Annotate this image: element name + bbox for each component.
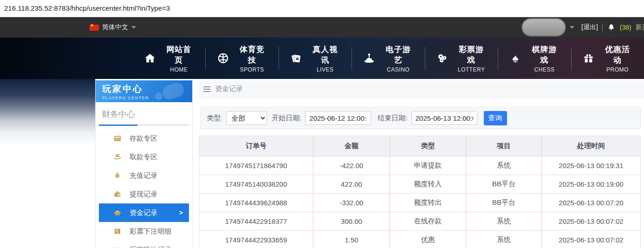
nav-item-sports[interactable]: 体育竞技 SPORTS bbox=[206, 44, 278, 73]
table-row: 1749745140038200 422.00 额度转入 BB平台 2025-0… bbox=[199, 175, 641, 194]
nav-title: 棋牌游戏 bbox=[528, 44, 560, 65]
cell-time: 2025-06-13 00:07:02 bbox=[542, 212, 641, 231]
sidebar-item-label: 存款专区 bbox=[130, 134, 157, 143]
sidebar-menu: 存款专区 取款专区 充值记录 提现记录 资金记录 > bbox=[96, 125, 192, 248]
sidebar-item-cashout-record[interactable]: 提现记录 bbox=[99, 185, 189, 203]
user-caret-down-icon[interactable] bbox=[570, 26, 574, 29]
sidebar-item-label: 取款专区 bbox=[130, 153, 157, 162]
cell-item: 系统 bbox=[466, 157, 542, 175]
nav-title: 网站首页 bbox=[163, 44, 195, 65]
cell-time: 2025-06-13 00:19:31 bbox=[542, 157, 641, 175]
nav-item-promo[interactable]: 优惠活动 PROMO bbox=[572, 44, 644, 73]
cards-icon bbox=[289, 52, 303, 65]
funds-table: 订单号 金额 类型 项目 处理时间 1749745171864790 -422.… bbox=[199, 136, 641, 248]
sidebar-item-withdraw[interactable]: 取款专区 bbox=[99, 148, 189, 166]
cell-order-no: 1749744422918377 bbox=[199, 212, 313, 231]
cell-amount: -422.00 bbox=[313, 157, 390, 175]
background-fade bbox=[0, 79, 95, 146]
col-header-type: 类型 bbox=[390, 136, 466, 157]
top-bar: ★ 简体中文 [退出] (38) 新消息 bbox=[0, 17, 644, 38]
piggy-bank-icon bbox=[113, 209, 122, 217]
col-header-order-no: 订单号 bbox=[199, 136, 313, 157]
cell-item: BB平台 bbox=[466, 194, 542, 212]
nav-subtitle: LOTTERY bbox=[455, 66, 488, 73]
filter-bar: 类型: 全部 开始日期: 结束日期: 查询 bbox=[201, 107, 641, 129]
cell-order-no: 1749744422933659 bbox=[199, 231, 313, 248]
cell-type: 额度转入 bbox=[390, 175, 466, 194]
query-button[interactable]: 查询 bbox=[484, 111, 507, 125]
type-select[interactable]: 全部 bbox=[226, 111, 267, 125]
nav-subtitle: CASINO bbox=[382, 66, 415, 73]
cell-type: 额度转出 bbox=[390, 194, 466, 212]
home-icon bbox=[143, 52, 156, 65]
cell-amount: -332.00 bbox=[313, 194, 390, 212]
gamepad-watermark-icon bbox=[155, 92, 163, 100]
cell-item: BB平台 bbox=[466, 175, 542, 194]
nav-title: 彩票游戏 bbox=[455, 44, 488, 65]
nav-subtitle: CHESS bbox=[528, 66, 560, 73]
col-header-time: 处理时间 bbox=[542, 136, 641, 157]
cell-amount: 1.50 bbox=[313, 231, 390, 248]
sidebar-section: 财务中心 bbox=[96, 102, 192, 125]
gift-icon bbox=[582, 52, 595, 65]
username-blurred[interactable] bbox=[522, 19, 566, 36]
col-header-amount: 金额 bbox=[313, 136, 390, 157]
nav-item-lottery[interactable]: 彩票游戏 LOTTERY bbox=[425, 44, 498, 73]
cell-item: 系统 bbox=[466, 231, 542, 248]
sidebar-item-label: 充值记录 bbox=[130, 171, 157, 180]
end-date-label: 结束日期: bbox=[377, 114, 407, 123]
new-messages-link[interactable]: 新消息 bbox=[636, 23, 644, 32]
logout-button[interactable]: [退出] bbox=[581, 23, 598, 32]
nav-subtitle: HOME bbox=[163, 66, 195, 73]
end-date-input[interactable] bbox=[411, 111, 477, 125]
nav-item-lives[interactable]: 真人视讯 LIVES bbox=[279, 44, 351, 73]
nav-title: 优惠活动 bbox=[601, 44, 634, 65]
table-header-row: 订单号 金额 类型 项目 处理时间 bbox=[199, 136, 641, 157]
start-date-input[interactable] bbox=[305, 111, 371, 125]
cell-time: 2025-06-13 00:07:02 bbox=[542, 231, 641, 248]
main-nav: 网站首页 HOME 体育竞技 SPORTS 真人视讯 LIVES bbox=[0, 38, 644, 79]
sports-ball-icon bbox=[216, 52, 229, 65]
menu-toggle-icon[interactable] bbox=[203, 86, 210, 92]
cell-amount: 300.00 bbox=[313, 212, 390, 231]
sidebar-header: 玩家中心 PLAYERS CENTER bbox=[96, 80, 192, 102]
nav-item-home[interactable]: 网站首页 HOME bbox=[143, 44, 205, 73]
list-icon bbox=[113, 246, 122, 248]
cell-type: 优惠 bbox=[390, 231, 466, 248]
sidebar-item-funds-record[interactable]: 资金记录 > bbox=[99, 203, 189, 222]
divider bbox=[602, 24, 603, 31]
cell-order-no: 1749745171864790 bbox=[199, 157, 313, 175]
user-area: [退出] (38) 新消息 bbox=[522, 17, 644, 38]
cell-order-no: 1749744439624988 bbox=[199, 194, 313, 212]
type-label: 类型: bbox=[207, 114, 222, 123]
message-count-badge[interactable]: (38) bbox=[620, 24, 631, 31]
table-row: 1749745171864790 -422.00 申请提款 系统 2025-06… bbox=[199, 157, 641, 175]
address-bar[interactable]: 216.118.235.52:8783/hhcp/usercenter.html… bbox=[0, 0, 644, 17]
nav-subtitle: PROMO bbox=[601, 66, 634, 73]
sidebar-item-room-bet-record[interactable]: 厅室投注记录 bbox=[99, 241, 189, 248]
china-flag-icon: ★ bbox=[90, 25, 99, 31]
nav-title: 体育竞技 bbox=[236, 44, 268, 65]
cell-item: 系统 bbox=[466, 212, 542, 231]
breadcrumb: 资金记录 bbox=[199, 80, 644, 98]
nav-item-chess[interactable]: ♠ 棋牌游戏 CHESS bbox=[498, 44, 571, 73]
bell-icon[interactable] bbox=[607, 23, 616, 32]
sidebar-item-lottery-bet-detail[interactable]: 彩票下注明细 bbox=[99, 222, 189, 241]
sidebar-item-label: 资金记录 bbox=[130, 209, 157, 217]
lottery-balls-icon bbox=[436, 52, 449, 65]
table-row: 1749744422918377 300.00 在线存款 系统 2025-06-… bbox=[199, 212, 641, 231]
nav-title: 电子游艺 bbox=[382, 44, 415, 65]
cell-amount: 422.00 bbox=[313, 175, 390, 194]
sidebar-item-recharge-record[interactable]: 充值记录 bbox=[99, 166, 189, 185]
nav-subtitle: SPORTS bbox=[236, 66, 268, 73]
nav-item-casino[interactable]: 电子游艺 CASINO bbox=[352, 44, 424, 73]
cell-time: 2025-06-13 00:07:20 bbox=[542, 194, 641, 212]
moneybag-icon bbox=[113, 171, 122, 180]
nav-title: 真人视讯 bbox=[309, 44, 341, 65]
section-title: 财务中心 bbox=[99, 108, 189, 125]
sidebar-item-deposit[interactable]: 存款专区 bbox=[99, 129, 189, 148]
book-icon bbox=[113, 227, 122, 235]
wallet-icon bbox=[113, 190, 122, 198]
col-header-item: 项目 bbox=[466, 136, 542, 157]
language-selector[interactable]: ★ 简体中文 bbox=[90, 17, 136, 38]
